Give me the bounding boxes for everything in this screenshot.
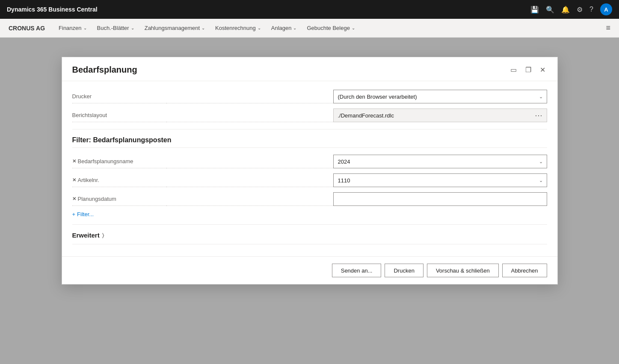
filter-planungsdatum-label: ✕ Planungsdatum: [72, 192, 166, 206]
chevron-down-icon: ⌄: [352, 26, 355, 30]
drucker-select[interactable]: (Durch den Browser verarbeitet): [333, 90, 547, 103]
bell-icon[interactable]: 🔔: [561, 6, 570, 14]
filter-bedarfsplanungsname-spacer: [166, 155, 333, 168]
company-name: CRONUS AG: [9, 25, 45, 32]
drucken-button[interactable]: Drucken: [385, 264, 423, 277]
erweitert-label: Erweitert: [72, 232, 100, 239]
expand-icon[interactable]: ❐: [524, 64, 533, 76]
filter-artikelnr-label: ✕ Artikelnr.: [72, 173, 166, 187]
drucker-spacer: [166, 90, 333, 103]
secondary-nav: CRONUS AG Finanzen ⌄ Buch.-Blätter ⌄ Zah…: [0, 19, 619, 38]
erweitert-section[interactable]: Erweitert 〉: [72, 232, 547, 244]
nav-more-icon[interactable]: ≡: [606, 23, 610, 32]
erweitert-chevron-icon: 〉: [102, 232, 104, 238]
drucker-label: Drucker: [72, 90, 166, 103]
drucker-control: (Durch den Browser verarbeitet) ⌄: [333, 90, 547, 103]
close-icon[interactable]: ✕: [538, 64, 547, 76]
bookmark-icon[interactable]: ▭: [509, 64, 518, 76]
avatar[interactable]: A: [600, 3, 612, 15]
search-icon[interactable]: 🔍: [546, 6, 554, 14]
divider-2: [72, 224, 547, 225]
filter-planungsdatum-control: [333, 192, 547, 206]
filter-artikelnr-spacer: [166, 173, 333, 187]
filter-artikelnr-control: 1110 ⌄: [333, 173, 547, 187]
berichtslayout-spacer: [166, 109, 333, 122]
divider-1: [72, 129, 547, 129]
filter-x-planungsdatum[interactable]: ✕: [72, 196, 76, 202]
chevron-down-icon: ⌄: [258, 26, 261, 30]
settings-icon[interactable]: ⚙: [577, 6, 583, 14]
app-title: Dynamics 365 Business Central: [7, 6, 98, 13]
filter-bedarfsplanungsname-control: 2024 ⌄: [333, 155, 547, 168]
filter-section-header: Filter: Bedarfsplanungsposten: [72, 136, 547, 148]
chevron-down-icon: ⌄: [83, 26, 87, 30]
help-icon[interactable]: ?: [589, 6, 593, 13]
berichtslayout-value: ./DemandForecast.rdlc: [338, 112, 394, 119]
filter-artikelnr-row: ✕ Artikelnr. 1110 ⌄: [72, 173, 547, 187]
nav-item-zahlungsmanagement[interactable]: Zahlungsmanagement ⌄: [145, 23, 205, 33]
filter-planungsdatum-spacer: [166, 192, 333, 206]
dialog-title: Bedarfsplanung: [72, 65, 137, 75]
filter-x-artikelnr[interactable]: ✕: [72, 177, 76, 183]
bedarfsplanung-dialog: Bedarfsplanung ▭ ❐ ✕ Drucker (Durch den …: [62, 57, 558, 285]
filter-bedarfsplanungsname-row: ✕ Bedarfsplanungsname 2024 ⌄: [72, 155, 547, 168]
filter-artikelnr-select-wrapper: 1110 ⌄: [333, 173, 547, 187]
filter-x-bedarfsplanungsname[interactable]: ✕: [72, 159, 76, 164]
chevron-down-icon: ⌄: [201, 26, 205, 30]
nav-item-gebuchte-belege[interactable]: Gebuchte Belege ⌄: [307, 23, 355, 33]
filter-bedarfsplanungsname-select[interactable]: 2024: [333, 155, 547, 168]
berichtslayout-field: ./DemandForecast.rdlc ⋯: [333, 109, 547, 122]
abbrechen-button[interactable]: Abbrechen: [502, 264, 547, 277]
nav-item-kostenrechnung[interactable]: Kostenrechnung ⌄: [215, 23, 261, 33]
top-bar-icons: 💾 🔍 🔔 ⚙ ? A: [530, 3, 612, 15]
berichtslayout-label: Berichtslayout: [72, 109, 166, 122]
berichtslayout-row: Berichtslayout ./DemandForecast.rdlc ⋯: [72, 109, 547, 122]
vorschau-button[interactable]: Vorschau & schließen: [427, 264, 499, 277]
berichtslayout-control: ./DemandForecast.rdlc ⋯: [333, 109, 547, 122]
page-background: Bedarfsplanung ▭ ❐ ✕ Drucker (Durch den …: [0, 38, 619, 364]
add-filter-label: Filter...: [77, 211, 94, 217]
nav-item-buch-blatter[interactable]: Buch.-Blätter ⌄: [97, 23, 134, 33]
filter-artikelnr-select[interactable]: 1110: [333, 173, 547, 187]
add-filter-link[interactable]: + Filter...: [72, 211, 547, 217]
berichtslayout-more-button[interactable]: ⋯: [535, 111, 542, 120]
dialog-body: Drucker (Durch den Browser verarbeitet) …: [62, 81, 557, 256]
chevron-down-icon: ⌄: [131, 26, 134, 30]
dialog-footer: Senden an... Drucken Vorschau & schließe…: [62, 256, 557, 284]
drucker-row: Drucker (Durch den Browser verarbeitet) …: [72, 90, 547, 103]
dialog-header: Bedarfsplanung ▭ ❐ ✕: [62, 57, 557, 81]
top-bar: Dynamics 365 Business Central 💾 🔍 🔔 ⚙ ? …: [0, 0, 619, 19]
nav-item-anlagen[interactable]: Anlagen ⌄: [271, 23, 297, 33]
filter-planungsdatum-input[interactable]: [333, 192, 547, 206]
senden-button[interactable]: Senden an...: [332, 264, 382, 277]
chevron-down-icon: ⌄: [293, 26, 296, 30]
filter-bedarfsplanungsname-select-wrapper: 2024 ⌄: [333, 155, 547, 168]
drucker-select-wrapper: (Durch den Browser verarbeitet) ⌄: [333, 90, 547, 103]
filter-bedarfsplanungsname-label: ✕ Bedarfsplanungsname: [72, 155, 166, 168]
nav-item-finanzen[interactable]: Finanzen ⌄: [59, 23, 86, 33]
filter-planungsdatum-row: ✕ Planungsdatum: [72, 192, 547, 206]
save-icon[interactable]: 💾: [530, 6, 539, 14]
plus-icon: +: [72, 211, 76, 217]
dialog-header-icons: ▭ ❐ ✕: [509, 64, 547, 76]
